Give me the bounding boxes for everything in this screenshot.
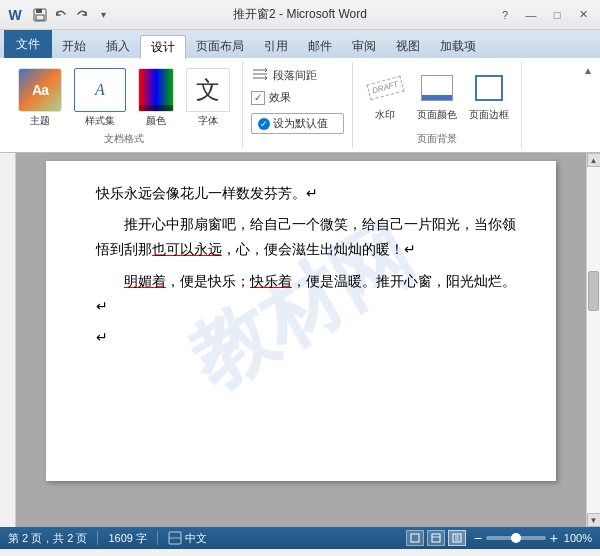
ribbon-collapse-icon[interactable]: ▲ [580,62,596,78]
zoom-minus-btn[interactable]: − [474,530,482,546]
minimize-button[interactable]: — [520,6,542,24]
view-web-icon[interactable] [427,530,445,546]
customize-qa-icon[interactable]: ▾ [94,6,112,24]
effects-checkbox[interactable]: ✓ [251,91,265,105]
theme-button[interactable]: Aa 主题 [14,66,66,130]
view-read-icon[interactable] [448,530,466,546]
redo-icon[interactable] [73,6,91,24]
para-1: 快乐永远会像花儿一样数发芬芳。↵ [96,181,516,206]
status-sep-2 [157,531,158,545]
font-button[interactable]: 文 字体 [182,66,234,130]
ribbon-content-design: Aa 主题 A 样式集 颜色 [0,58,600,152]
tab-design[interactable]: 设计 [140,35,186,59]
zoom-thumb [511,533,521,543]
lang-icon [168,531,182,545]
title-bar-controls: ? — □ ✕ [494,6,594,24]
scroll-track[interactable] [587,167,600,513]
effects-row[interactable]: ✓ 效果 [251,90,344,105]
set-default-button[interactable]: ✓ 设为默认值 [251,113,344,134]
tab-review[interactable]: 审阅 [342,34,386,58]
page-color-button[interactable]: 页面颜色 [413,66,461,124]
tab-pagelayout[interactable]: 页面布局 [186,34,254,58]
color-button[interactable]: 颜色 [134,66,178,130]
vertical-scrollbar[interactable]: ▲ ▼ [586,153,600,527]
pagebg-label: 页面背景 [353,132,521,148]
scroll-thumb[interactable] [588,271,599,311]
scroll-up-button[interactable]: ▲ [587,153,601,167]
theme-icon: Aa [18,68,62,112]
status-bar: 第 2 页，共 2 页 1609 字 中文 − + [0,527,600,549]
tab-references[interactable]: 引用 [254,34,298,58]
zoom-level[interactable]: 100% [562,532,592,544]
vertical-ruler [0,153,16,527]
para-3: 明媚着，便是快乐；快乐着，便是温暖。推开心窗，阳光灿烂。↵ [96,269,516,319]
page-color-icon [417,68,457,108]
styles-icon: A [74,68,126,112]
para-4: ↵ [96,325,516,350]
watermark-button[interactable]: DRAFT 水印 [361,66,409,124]
spacing-label: 段落间距 [273,68,317,83]
tab-insert[interactable]: 插入 [96,34,140,58]
text-mingmei: 明媚着 [124,273,166,289]
undo-icon[interactable] [52,6,70,24]
tab-file[interactable]: 文件 [4,30,52,58]
svg-rect-8 [411,534,419,542]
close-button[interactable]: ✕ [572,6,594,24]
page-info: 第 2 页，共 2 页 [8,531,87,546]
ribbon-group-spacing: 段落间距 ✓ 效果 ✓ 设为默认值 [243,62,353,148]
theme-label: 主题 [30,114,50,128]
ribbon-tab-bar: 文件 开始 插入 设计 页面布局 引用 邮件 审阅 视图 加载项 [0,30,600,58]
zoom-controls: − + 100% [474,530,592,546]
color-label: 颜色 [146,114,166,128]
maximize-button[interactable]: □ [546,6,568,24]
scroll-down-button[interactable]: ▼ [587,513,601,527]
font-icon: 文 [186,68,230,112]
set-default-label: 设为默认值 [273,116,328,131]
tab-home[interactable]: 开始 [52,34,96,58]
ribbon: 文件 开始 插入 设计 页面布局 引用 邮件 审阅 视图 加载项 Aa 主题 [0,30,600,153]
styles-button[interactable]: A 样式集 [70,66,130,130]
zoom-slider[interactable] [486,536,546,540]
title-bar-left: W ▾ [6,6,112,24]
font-label: 字体 [198,114,218,128]
tab-view[interactable]: 视图 [386,34,430,58]
help-button[interactable]: ? [494,6,516,24]
save-icon[interactable] [31,6,49,24]
paragraph-spacing-icon [251,66,269,84]
tab-addins[interactable]: 加载项 [430,34,486,58]
styles-label: 样式集 [85,114,115,128]
document-area: 教材网 快乐永远会像花儿一样数发芬芳。↵ 推开心中那扇窗吧，给自己一个微笑，给自… [0,153,600,527]
color-icon [138,68,174,112]
ribbon-group-pagebg: DRAFT 水印 页面颜色 [353,62,522,148]
page-info-text: 第 2 页，共 2 页 [8,531,87,546]
page-border-label: 页面边框 [469,108,509,122]
status-right: − + 100% [406,530,592,546]
default-check-icon: ✓ [258,118,270,130]
spacing-content: 段落间距 ✓ 效果 ✓ 设为默认值 [251,62,344,148]
svg-rect-9 [432,534,440,542]
doc-scroll-area[interactable]: 教材网 快乐永远会像花儿一样数发芬芳。↵ 推开心中那扇窗吧，给自己一个微笑，给自… [16,153,586,527]
zoom-plus-btn[interactable]: + [550,530,558,546]
view-mode-icons [406,530,466,546]
window-title: 推开窗2 - Microsoft Word [233,6,367,23]
watermark-icon: DRAFT [365,68,405,108]
status-sep-1 [97,531,98,545]
ribbon-group-docformat: Aa 主题 A 样式集 颜色 [6,62,243,148]
lang-text: 中文 [185,531,207,546]
spacing-group-label [243,146,352,148]
watermark-label: 水印 [375,108,395,122]
title-bar: W ▾ 推开窗2 - Microsoft Word ? — □ ✕ [0,0,600,30]
para-2: 推开心中那扇窗吧，给自己一个微笑，给自己一片阳光，当你领悟到刮那也可以永远，心，… [96,212,516,262]
page-border-button[interactable]: 页面边框 [465,66,513,124]
spacing-row: 段落间距 [251,66,344,84]
pagebg-items: DRAFT 水印 页面颜色 [361,62,513,138]
language-info: 中文 [168,531,207,546]
view-print-icon[interactable] [406,530,424,546]
svg-rect-2 [36,15,44,20]
svg-rect-1 [36,9,42,13]
word-count-text: 1609 字 [108,531,147,546]
effects-label: 效果 [269,90,291,105]
tab-mailings[interactable]: 邮件 [298,34,342,58]
page-color-label: 页面颜色 [417,108,457,122]
document-page: 教材网 快乐永远会像花儿一样数发芬芳。↵ 推开心中那扇窗吧，给自己一个微笑，给自… [46,161,556,481]
